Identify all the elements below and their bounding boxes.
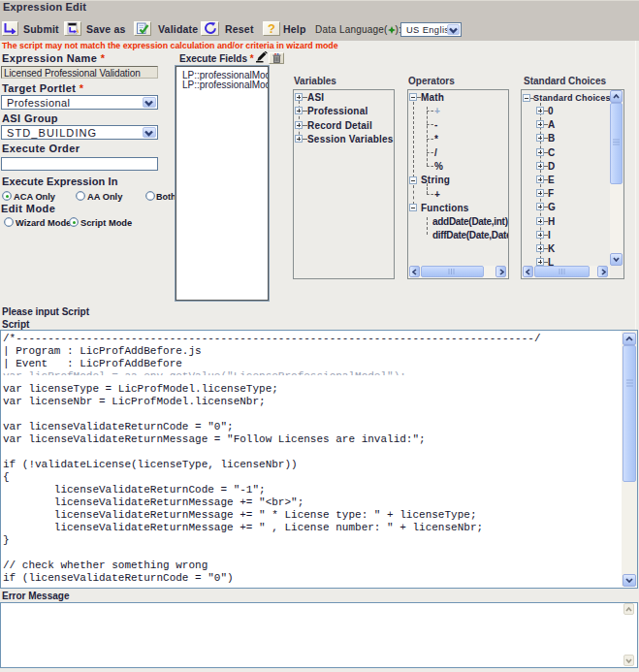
svg-text:?: ? [268, 22, 275, 35]
